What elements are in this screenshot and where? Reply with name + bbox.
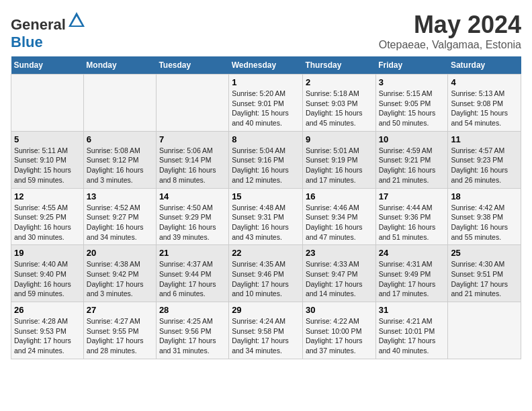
day-info: Sunrise: 4:38 AM Sunset: 9:42 PM Dayligh… (87, 259, 153, 299)
header-cell-tuesday: Tuesday (156, 56, 228, 75)
calendar-cell: 26Sunrise: 4:28 AM Sunset: 9:53 PM Dayli… (11, 302, 84, 359)
day-info: Sunrise: 4:48 AM Sunset: 9:31 PM Dayligh… (232, 203, 300, 242)
day-number: 3 (379, 77, 445, 87)
calendar-cell: 12Sunrise: 4:55 AM Sunset: 9:25 PM Dayli… (11, 188, 84, 245)
calendar-cell: 4Sunrise: 5:13 AM Sunset: 9:08 PM Daylig… (448, 75, 521, 132)
main-title: May 2024 (379, 11, 521, 39)
calendar-cell: 11Sunrise: 4:57 AM Sunset: 9:23 PM Dayli… (448, 131, 521, 188)
day-number: 5 (14, 134, 81, 144)
day-info: Sunrise: 4:22 AM Sunset: 10:00 PM Daylig… (306, 316, 373, 356)
day-number: 4 (451, 77, 518, 87)
day-info: Sunrise: 4:40 AM Sunset: 9:40 PM Dayligh… (14, 259, 81, 299)
day-number: 21 (159, 248, 226, 258)
calendar-body: 1Sunrise: 5:20 AM Sunset: 9:01 PM Daylig… (11, 75, 521, 359)
calendar-cell: 15Sunrise: 4:48 AM Sunset: 9:31 PM Dayli… (229, 188, 303, 245)
calendar-cell: 10Sunrise: 4:59 AM Sunset: 9:21 PM Dayli… (375, 131, 448, 188)
calendar-cell: 29Sunrise: 4:24 AM Sunset: 9:58 PM Dayli… (229, 302, 303, 359)
day-number: 6 (87, 134, 153, 144)
calendar-cell: 31Sunrise: 4:21 AM Sunset: 10:01 PM Dayl… (375, 302, 448, 359)
day-info: Sunrise: 4:25 AM Sunset: 9:56 PM Dayligh… (159, 316, 226, 356)
calendar-header-row: SundayMondayTuesdayWednesdayThursdayFrid… (11, 56, 521, 75)
day-info: Sunrise: 4:33 AM Sunset: 9:47 PM Dayligh… (306, 259, 373, 299)
day-number: 17 (379, 191, 445, 201)
logo-general: General (11, 16, 66, 33)
day-info: Sunrise: 5:01 AM Sunset: 9:19 PM Dayligh… (306, 146, 373, 185)
day-info: Sunrise: 4:35 AM Sunset: 9:46 PM Dayligh… (232, 259, 300, 299)
day-info: Sunrise: 4:50 AM Sunset: 9:29 PM Dayligh… (159, 203, 226, 242)
calendar-cell: 21Sunrise: 4:37 AM Sunset: 9:44 PM Dayli… (156, 245, 228, 302)
day-info: Sunrise: 4:37 AM Sunset: 9:44 PM Dayligh… (159, 259, 226, 299)
logo-text: General Blue (11, 11, 86, 51)
day-number: 19 (14, 248, 81, 258)
calendar-cell: 6Sunrise: 5:08 AM Sunset: 9:12 PM Daylig… (83, 131, 156, 188)
day-number: 29 (232, 305, 300, 315)
subtitle: Otepaeae, Valgamaa, Estonia (379, 39, 521, 51)
day-info: Sunrise: 4:27 AM Sunset: 9:55 PM Dayligh… (87, 316, 153, 356)
day-number: 1 (232, 77, 300, 87)
day-number: 28 (159, 305, 226, 315)
calendar-cell: 2Sunrise: 5:18 AM Sunset: 9:03 PM Daylig… (302, 75, 375, 132)
calendar-cell: 14Sunrise: 4:50 AM Sunset: 9:29 PM Dayli… (156, 188, 228, 245)
calendar-cell: 13Sunrise: 4:52 AM Sunset: 9:27 PM Dayli… (83, 188, 156, 245)
calendar-cell: 27Sunrise: 4:27 AM Sunset: 9:55 PM Dayli… (83, 302, 156, 359)
header-cell-monday: Monday (83, 56, 156, 75)
calendar-cell: 5Sunrise: 5:11 AM Sunset: 9:10 PM Daylig… (11, 131, 84, 188)
logo: General Blue (11, 11, 86, 51)
day-number: 18 (451, 191, 518, 201)
day-info: Sunrise: 5:15 AM Sunset: 9:05 PM Dayligh… (379, 89, 445, 128)
calendar-cell (448, 302, 521, 359)
day-number: 27 (87, 305, 153, 315)
day-info: Sunrise: 4:52 AM Sunset: 9:27 PM Dayligh… (87, 203, 153, 242)
day-info: Sunrise: 5:08 AM Sunset: 9:12 PM Dayligh… (87, 146, 153, 185)
calendar-cell: 1Sunrise: 5:20 AM Sunset: 9:01 PM Daylig… (229, 75, 303, 132)
day-info: Sunrise: 5:20 AM Sunset: 9:01 PM Dayligh… (232, 89, 300, 128)
calendar-cell: 24Sunrise: 4:31 AM Sunset: 9:49 PM Dayli… (375, 245, 448, 302)
calendar-week-row: 26Sunrise: 4:28 AM Sunset: 9:53 PM Dayli… (11, 302, 521, 359)
header-cell-thursday: Thursday (302, 56, 375, 75)
day-info: Sunrise: 4:42 AM Sunset: 9:38 PM Dayligh… (451, 203, 518, 242)
day-info: Sunrise: 5:11 AM Sunset: 9:10 PM Dayligh… (14, 146, 81, 185)
calendar-cell: 19Sunrise: 4:40 AM Sunset: 9:40 PM Dayli… (11, 245, 84, 302)
day-info: Sunrise: 5:06 AM Sunset: 9:14 PM Dayligh… (159, 146, 226, 185)
day-number: 14 (159, 191, 226, 201)
calendar-week-row: 5Sunrise: 5:11 AM Sunset: 9:10 PM Daylig… (11, 131, 521, 188)
day-number: 22 (232, 248, 300, 258)
day-number: 30 (306, 305, 373, 315)
calendar-cell: 7Sunrise: 5:06 AM Sunset: 9:14 PM Daylig… (156, 131, 228, 188)
calendar-cell (83, 75, 156, 132)
calendar-week-row: 12Sunrise: 4:55 AM Sunset: 9:25 PM Dayli… (11, 188, 521, 245)
day-info: Sunrise: 4:21 AM Sunset: 10:01 PM Daylig… (379, 316, 445, 356)
day-info: Sunrise: 4:59 AM Sunset: 9:21 PM Dayligh… (379, 146, 445, 185)
calendar-week-row: 19Sunrise: 4:40 AM Sunset: 9:40 PM Dayli… (11, 245, 521, 302)
title-block: May 2024 Otepaeae, Valgamaa, Estonia (379, 11, 521, 51)
calendar-cell: 20Sunrise: 4:38 AM Sunset: 9:42 PM Dayli… (83, 245, 156, 302)
calendar-cell: 8Sunrise: 5:04 AM Sunset: 9:16 PM Daylig… (229, 131, 303, 188)
calendar-table: SundayMondayTuesdayWednesdayThursdayFrid… (11, 56, 521, 359)
day-info: Sunrise: 5:04 AM Sunset: 9:16 PM Dayligh… (232, 146, 300, 185)
day-number: 7 (159, 134, 226, 144)
day-info: Sunrise: 4:57 AM Sunset: 9:23 PM Dayligh… (451, 146, 518, 185)
day-info: Sunrise: 5:18 AM Sunset: 9:03 PM Dayligh… (306, 89, 373, 128)
header-cell-wednesday: Wednesday (229, 56, 303, 75)
header-cell-sunday: Sunday (11, 56, 84, 75)
calendar-cell: 23Sunrise: 4:33 AM Sunset: 9:47 PM Dayli… (302, 245, 375, 302)
page-header: General Blue May 2024 Otepaeae, Valgamaa… (11, 11, 521, 51)
day-number: 25 (451, 248, 518, 258)
calendar-cell: 3Sunrise: 5:15 AM Sunset: 9:05 PM Daylig… (375, 75, 448, 132)
day-number: 11 (451, 134, 518, 144)
day-number: 9 (306, 134, 373, 144)
calendar-cell: 16Sunrise: 4:46 AM Sunset: 9:34 PM Dayli… (302, 188, 375, 245)
day-info: Sunrise: 5:13 AM Sunset: 9:08 PM Dayligh… (451, 89, 518, 128)
calendar-cell (11, 75, 84, 132)
calendar-cell: 28Sunrise: 4:25 AM Sunset: 9:56 PM Dayli… (156, 302, 228, 359)
calendar-cell (156, 75, 228, 132)
day-number: 2 (306, 77, 373, 87)
logo-icon (67, 11, 86, 30)
day-number: 16 (306, 191, 373, 201)
day-number: 13 (87, 191, 153, 201)
calendar-cell: 25Sunrise: 4:30 AM Sunset: 9:51 PM Dayli… (448, 245, 521, 302)
calendar-cell: 22Sunrise: 4:35 AM Sunset: 9:46 PM Dayli… (229, 245, 303, 302)
day-info: Sunrise: 4:24 AM Sunset: 9:58 PM Dayligh… (232, 316, 300, 356)
calendar-cell: 17Sunrise: 4:44 AM Sunset: 9:36 PM Dayli… (375, 188, 448, 245)
header-cell-saturday: Saturday (448, 56, 521, 75)
